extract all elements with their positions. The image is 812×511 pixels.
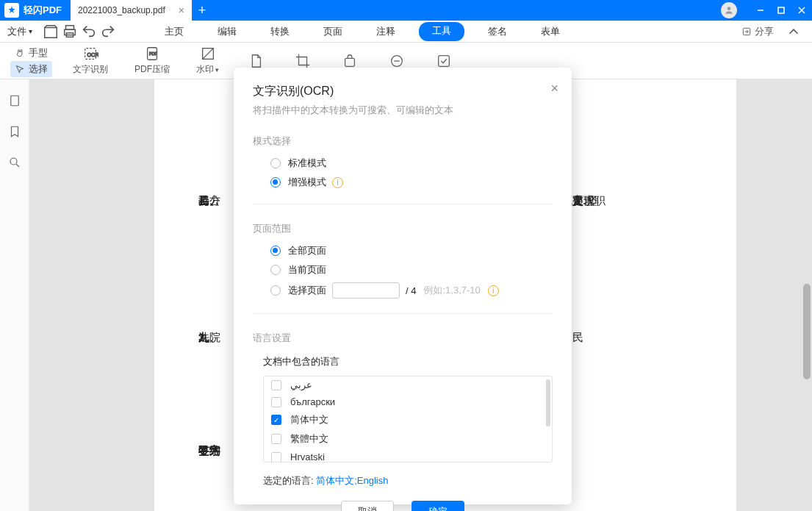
range-select-radio[interactable]: 选择页面 / 4 例如:1,3,7-10 i bbox=[270, 282, 553, 299]
lang-sublabel: 文档中包含的语言 bbox=[263, 355, 553, 368]
redo-icon[interactable] bbox=[100, 24, 116, 40]
ok-button[interactable]: 确定 bbox=[412, 501, 464, 511]
tab-convert[interactable]: 转换 bbox=[260, 22, 300, 41]
svg-line-14 bbox=[202, 49, 213, 60]
selected-languages: 选定的语言: 简体中文;English bbox=[263, 474, 553, 487]
tab-page[interactable]: 页面 bbox=[313, 22, 353, 41]
search-icon[interactable] bbox=[8, 156, 21, 169]
close-tab-icon[interactable]: × bbox=[179, 4, 184, 16]
file-menu[interactable]: 文件▾ bbox=[7, 25, 32, 38]
svg-text:OCR: OCR bbox=[87, 51, 98, 58]
range-current-radio[interactable]: 当前页面 bbox=[270, 263, 553, 276]
dialog-subtitle: 将扫描件中的文本转换为可搜索、可编辑的文本 bbox=[253, 104, 553, 117]
close-dialog-button[interactable]: × bbox=[550, 81, 558, 96]
tab-sign[interactable]: 签名 bbox=[478, 22, 517, 41]
svg-line-21 bbox=[16, 164, 19, 167]
mode-enhanced-radio[interactable]: 增强模式i bbox=[270, 176, 553, 189]
bag-tool-icon[interactable] bbox=[332, 53, 367, 69]
app-name: 轻闪PDF bbox=[24, 4, 62, 17]
svg-point-0 bbox=[727, 7, 731, 10]
lang-option[interactable]: 繁體中文 bbox=[264, 429, 552, 449]
thumbnails-icon[interactable] bbox=[8, 94, 21, 107]
language-list[interactable]: عربي български 简体中文 繁體中文 Hrvatski Češtin… bbox=[263, 376, 553, 462]
svg-rect-18 bbox=[439, 55, 450, 66]
check-box-icon[interactable] bbox=[426, 53, 461, 69]
close-window-button[interactable] bbox=[791, 0, 812, 21]
minus-circle-icon[interactable] bbox=[379, 53, 414, 69]
print-icon[interactable] bbox=[62, 24, 78, 40]
bookmarks-icon[interactable] bbox=[8, 125, 21, 138]
page-range-input[interactable] bbox=[332, 282, 400, 299]
lang-scrollbar[interactable] bbox=[546, 379, 550, 426]
svg-rect-5 bbox=[66, 25, 74, 29]
maximize-button[interactable] bbox=[771, 0, 791, 21]
open-icon[interactable] bbox=[43, 24, 59, 40]
file-tool-icon[interactable] bbox=[238, 53, 273, 69]
minimize-button[interactable] bbox=[750, 0, 771, 21]
add-tab-button[interactable]: + bbox=[192, 0, 212, 21]
lang-option[interactable]: български bbox=[264, 393, 552, 410]
dialog-title: 文字识别(OCR) bbox=[253, 84, 553, 99]
svg-rect-15 bbox=[345, 58, 355, 66]
user-avatar[interactable] bbox=[721, 2, 737, 18]
crop-tool-icon[interactable] bbox=[285, 53, 320, 69]
lang-section-label: 语言设置 bbox=[253, 332, 553, 345]
info-icon[interactable]: i bbox=[488, 285, 499, 296]
sidebar bbox=[0, 79, 29, 511]
titlebar: 轻闪PDF 20221003_backup.pdf × + bbox=[0, 0, 812, 21]
collapse-icon[interactable] bbox=[786, 24, 802, 40]
select-tool[interactable]: 选择 bbox=[10, 61, 52, 77]
scrollbar-thumb[interactable] bbox=[803, 284, 811, 379]
tab-annotate[interactable]: 注释 bbox=[366, 22, 406, 41]
file-tab[interactable]: 20221003_backup.pdf × bbox=[71, 0, 192, 21]
file-tab-label: 20221003_backup.pdf bbox=[78, 5, 165, 15]
app-logo bbox=[4, 3, 19, 18]
watermark-tool[interactable]: 水印▾ bbox=[196, 46, 219, 76]
mode-standard-radio[interactable]: 标准模式 bbox=[270, 157, 553, 170]
svg-rect-19 bbox=[10, 96, 18, 106]
svg-rect-2 bbox=[778, 7, 784, 13]
lang-option[interactable]: 简体中文 bbox=[264, 410, 552, 429]
lang-option[interactable]: Hrvatski bbox=[264, 449, 552, 462]
tab-form[interactable]: 表单 bbox=[531, 22, 570, 41]
lang-option[interactable]: عربي bbox=[264, 376, 552, 393]
range-section-label: 页面范围 bbox=[253, 222, 553, 235]
mode-section-label: 模式选择 bbox=[253, 135, 553, 148]
ocr-tool[interactable]: OCR文字识别 bbox=[73, 46, 108, 76]
info-icon[interactable]: i bbox=[332, 177, 343, 188]
tab-home[interactable]: 主页 bbox=[154, 22, 194, 41]
cancel-button[interactable]: 取消 bbox=[341, 501, 394, 511]
undo-icon[interactable] bbox=[81, 24, 97, 40]
tab-edit[interactable]: 编辑 bbox=[207, 22, 247, 41]
hand-tool[interactable]: 手型 bbox=[10, 45, 52, 61]
ocr-dialog: 文字识别(OCR) × 将扫描件中的文本转换为可搜索、可编辑的文本 模式选择 标… bbox=[234, 68, 572, 504]
svg-text:PDF: PDF bbox=[149, 51, 158, 56]
range-all-radio[interactable]: 全部页面 bbox=[270, 244, 553, 257]
svg-point-20 bbox=[10, 158, 17, 165]
tab-tools[interactable]: 工具 bbox=[419, 22, 464, 41]
share-button[interactable]: 分享 bbox=[741, 25, 774, 38]
compress-tool[interactable]: PDFPDF压缩 bbox=[134, 46, 170, 76]
menubar: 文件▾ 主页 编辑 转换 页面 注释 工具 签名 表单 分享 bbox=[0, 21, 812, 43]
